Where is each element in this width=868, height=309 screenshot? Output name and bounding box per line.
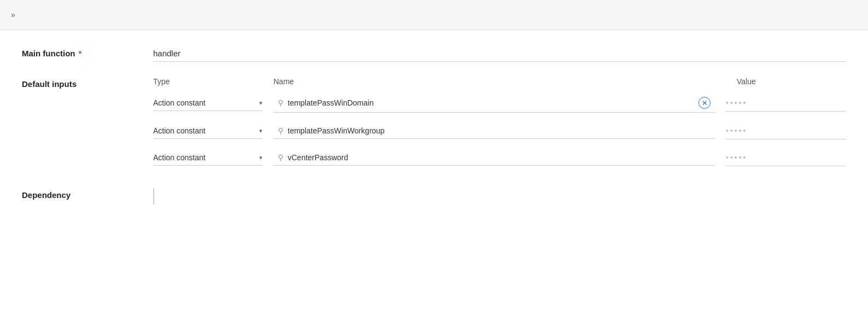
search-icon-1: ⚲ (278, 98, 283, 107)
value-field-1 (726, 96, 846, 112)
main-function-label: Main function * (22, 46, 153, 58)
page-container: » Main function * Default inputs Type Na… (0, 0, 868, 309)
value-input-1[interactable] (726, 98, 846, 107)
value-field-3 (726, 150, 846, 166)
name-field-container-1: ⚲ ✕ (273, 95, 715, 113)
dependency-label: Dependency (22, 188, 153, 200)
type-dropdown-text-3: Action constant (153, 153, 206, 162)
type-dropdown-text-2: Action constant (153, 126, 206, 135)
dependency-content (153, 188, 846, 205)
value-input-2[interactable] (726, 126, 846, 135)
content-area: Main function * Default inputs Type Name… (0, 30, 868, 309)
inputs-content: Type Name Value Action constant ▾ ⚲ ✕ (153, 77, 846, 177)
type-dropdown-2[interactable]: Action constant ▾ (153, 124, 263, 139)
default-inputs-label: Default inputs (22, 77, 153, 89)
inputs-header: Type Name Value (153, 77, 846, 86)
col-value-header: Value (726, 77, 846, 86)
default-inputs-section: Default inputs Type Name Value Action co… (22, 77, 846, 177)
dropdown-arrow-2: ▾ (259, 127, 263, 135)
input-row-2: Action constant ▾ ⚲ (153, 124, 846, 139)
expand-icon[interactable]: » (11, 10, 14, 19)
col-name-header: Name (268, 77, 726, 86)
dropdown-arrow-3: ▾ (259, 154, 263, 161)
main-function-label-text: Main function (22, 49, 75, 58)
value-field-2 (726, 124, 846, 139)
main-function-field (153, 46, 846, 62)
input-row-1: Action constant ▾ ⚲ ✕ (153, 95, 846, 113)
value-input-3[interactable] (726, 153, 846, 162)
type-dropdown-3[interactable]: Action constant ▾ (153, 151, 263, 166)
type-dropdown-text-1: Action constant (153, 98, 206, 107)
name-input-2[interactable] (288, 126, 710, 135)
input-row-3: Action constant ▾ ⚲ (153, 150, 846, 166)
name-field-container-3: ⚲ (273, 151, 715, 166)
search-icon-3: ⚲ (278, 153, 283, 162)
required-star: * (79, 49, 82, 58)
clear-button-1[interactable]: ✕ (698, 97, 710, 109)
col-type-header: Type (153, 77, 268, 86)
search-icon-2: ⚲ (278, 126, 283, 135)
main-function-input[interactable] (153, 46, 846, 62)
type-dropdown-1[interactable]: Action constant ▾ (153, 96, 263, 111)
name-input-3[interactable] (288, 153, 710, 162)
top-bar: » (0, 0, 868, 30)
name-field-container-2: ⚲ (273, 124, 715, 139)
main-function-row: Main function * (22, 46, 846, 62)
name-input-1[interactable] (288, 98, 698, 107)
dropdown-arrow-1: ▾ (259, 100, 263, 107)
dependency-row: Dependency (22, 188, 846, 205)
